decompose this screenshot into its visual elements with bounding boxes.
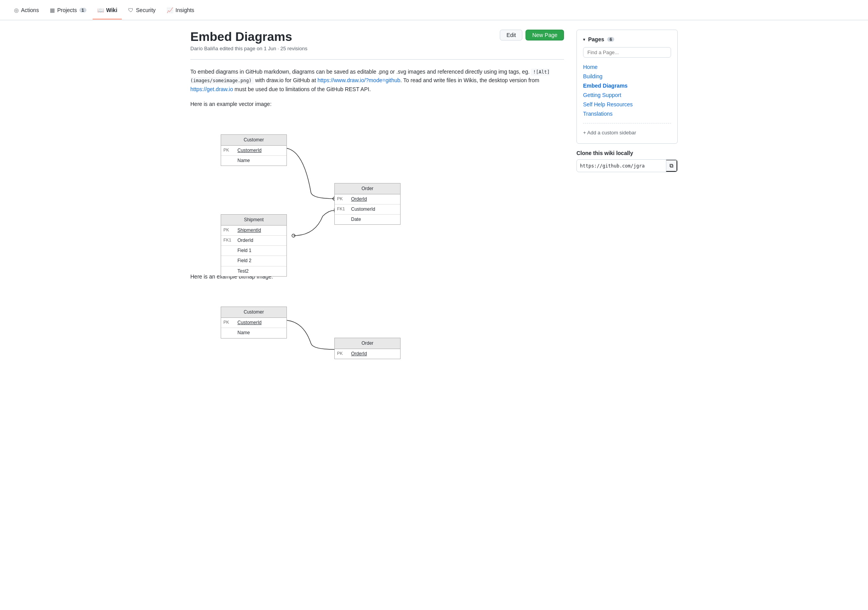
page-meta: Darío Baliña edited this page on 1 Jun ·… bbox=[190, 46, 307, 51]
intro-paragraph: To embed diagrams in GitHub markdown, di… bbox=[190, 67, 564, 93]
page-link-building[interactable]: Building bbox=[583, 72, 671, 81]
page-link-translations[interactable]: Translations bbox=[583, 109, 671, 118]
nav-item-wiki[interactable]: 📖 Wiki bbox=[93, 2, 122, 19]
draw-io-link[interactable]: https://www.draw.io/?mode=github bbox=[318, 77, 401, 83]
customer-row-1: PK CustomerId bbox=[221, 146, 286, 156]
nav-label-projects: Projects bbox=[57, 7, 77, 13]
header-divider bbox=[190, 59, 564, 60]
add-sidebar-label: + Add a custom sidebar bbox=[583, 130, 636, 136]
new-page-button[interactable]: New Page bbox=[525, 30, 564, 41]
vector-label: Here is an example vector image: bbox=[190, 100, 564, 108]
pages-chevron: ▾ bbox=[583, 37, 585, 42]
add-sidebar-button[interactable]: + Add a custom sidebar bbox=[583, 128, 671, 137]
shipment-row-4: Field 2 bbox=[221, 256, 286, 266]
sidebar-divider bbox=[583, 123, 671, 123]
pages-header[interactable]: ▾ Pages 6 bbox=[583, 36, 671, 42]
projects-icon: ▦ bbox=[50, 7, 55, 13]
intro-text-last: must be used due to limitations of the G… bbox=[233, 86, 371, 92]
order-header: Order bbox=[335, 183, 400, 194]
content-area: Embed Diagrams Darío Baliña edited this … bbox=[190, 30, 564, 382]
customer-table-bitmap: Customer PK CustomerId Name bbox=[221, 307, 287, 338]
svg-point-3 bbox=[292, 234, 295, 237]
order-table-vector: Order PK OrderId FK1 CustomerId Date bbox=[334, 183, 401, 225]
customer-bitmap-header: Customer bbox=[221, 307, 286, 318]
customer-bitmap-row-1: PK CustomerId bbox=[221, 318, 286, 328]
customer-header: Customer bbox=[221, 135, 286, 146]
customer-bitmap-row-2: Name bbox=[221, 328, 286, 338]
actions-icon: ◎ bbox=[14, 7, 19, 13]
page-title: Embed Diagrams bbox=[190, 30, 307, 44]
order-table-bitmap: Order PK OrderId bbox=[334, 338, 401, 359]
intro-text-1: To embed diagrams in GitHub markdown, di… bbox=[190, 69, 531, 75]
clone-title: Clone this wiki locally bbox=[576, 150, 678, 156]
nav-label-actions: Actions bbox=[21, 7, 39, 13]
nav-label-wiki: Wiki bbox=[106, 7, 118, 13]
page-header: Embed Diagrams Darío Baliña edited this … bbox=[190, 30, 564, 51]
intro-text-mid: with draw.io for GitHub at bbox=[254, 77, 318, 83]
bitmap-diagram: Customer PK CustomerId Name Order bbox=[190, 287, 564, 373]
nav-item-security[interactable]: 🛡 Security bbox=[123, 2, 160, 19]
page-title-block: Embed Diagrams Darío Baliña edited this … bbox=[190, 30, 307, 51]
page-link-home[interactable]: Home bbox=[583, 62, 671, 72]
nav-item-insights[interactable]: 📈 Insights bbox=[162, 2, 199, 19]
projects-badge: 1 bbox=[79, 8, 86, 12]
insights-icon: 📈 bbox=[167, 7, 173, 13]
intro-text-end: . To read and write files in Wikis, the … bbox=[401, 77, 539, 83]
wiki-icon: 📖 bbox=[97, 7, 104, 13]
page-link-self-help[interactable]: Self Help Resources bbox=[583, 100, 671, 109]
pages-section: ▾ Pages 6 Home Building Embed Diagrams G… bbox=[576, 30, 678, 144]
wiki-content: To embed diagrams in GitHub markdown, di… bbox=[190, 67, 564, 373]
order-row-3: Date bbox=[335, 215, 400, 224]
top-nav: ◎ Actions ▦ Projects 1 📖 Wiki 🛡 Security… bbox=[0, 0, 868, 20]
shipment-header: Shipment bbox=[221, 215, 286, 226]
order-bitmap-header: Order bbox=[335, 338, 400, 349]
shipment-row-2: FK1 OrderId bbox=[221, 236, 286, 246]
pages-label: Pages bbox=[588, 36, 604, 42]
page-link-getting-support[interactable]: Getting Support bbox=[583, 90, 671, 100]
clone-copy-button[interactable]: ⧉ bbox=[666, 160, 677, 172]
main-container: Embed Diagrams Darío Baliña edited this … bbox=[181, 20, 687, 382]
vector-diagram: Customer PK CustomerId Name Order bbox=[190, 115, 564, 263]
security-icon: 🛡 bbox=[128, 7, 134, 13]
nav-label-insights: Insights bbox=[176, 7, 194, 13]
get-draw-link[interactable]: https://get.draw.io bbox=[190, 86, 233, 92]
order-bitmap-row-1: PK OrderId bbox=[335, 349, 400, 359]
nav-item-actions[interactable]: ◎ Actions bbox=[9, 2, 44, 19]
clone-url-box: https://github.com/jgra ⧉ bbox=[576, 159, 678, 172]
shipment-table-vector: Shipment PK ShipmentId FK1 OrderId Field… bbox=[221, 214, 287, 277]
clone-url-text: https://github.com/jgra bbox=[577, 161, 666, 171]
pages-count: 6 bbox=[607, 37, 614, 42]
sidebar: ▾ Pages 6 Home Building Embed Diagrams G… bbox=[576, 30, 678, 382]
customer-row-2: Name bbox=[221, 156, 286, 166]
order-row-2: FK1 CustomerId bbox=[335, 205, 400, 215]
order-row-1: PK OrderId bbox=[335, 194, 400, 205]
nav-label-security: Security bbox=[136, 7, 156, 13]
customer-table-vector: Customer PK CustomerId Name bbox=[221, 134, 287, 166]
header-buttons: Edit New Page bbox=[500, 30, 564, 41]
shipment-row-1: PK ShipmentId bbox=[221, 226, 286, 236]
er-diagram-vector: Customer PK CustomerId Name Order bbox=[190, 115, 416, 263]
er-diagram-bitmap: Customer PK CustomerId Name Order bbox=[190, 287, 416, 373]
edit-button[interactable]: Edit bbox=[500, 30, 522, 41]
page-link-embed-diagrams[interactable]: Embed Diagrams bbox=[583, 81, 671, 90]
pages-list: Home Building Embed Diagrams Getting Sup… bbox=[583, 62, 671, 118]
shipment-row-3: Field 1 bbox=[221, 246, 286, 256]
nav-item-projects[interactable]: ▦ Projects 1 bbox=[45, 2, 91, 19]
clone-section: Clone this wiki locally https://github.c… bbox=[576, 150, 678, 172]
shipment-row-5: Test2 bbox=[221, 266, 286, 276]
page-search-input[interactable] bbox=[583, 47, 671, 58]
